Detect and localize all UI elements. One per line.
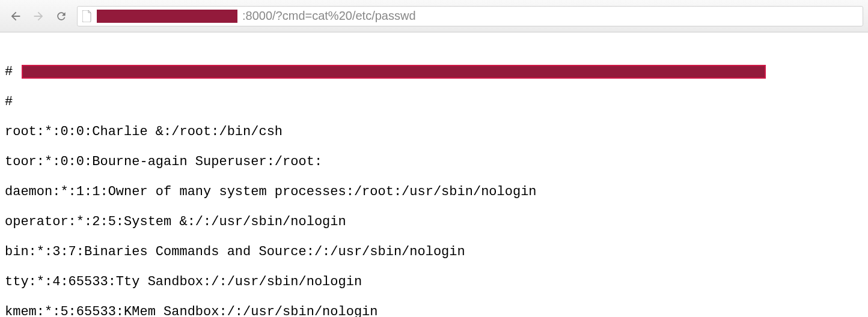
- passwd-line: kmem:*:5:65533:KMem Sandbox:/:/usr/sbin/…: [5, 304, 863, 317]
- reload-icon: [55, 10, 67, 22]
- page-content: # # root:*:0:0:Charlie &:/root:/bin/csh …: [0, 32, 868, 317]
- passwd-line: toor:*:0:0:Bourne-again Superuser:/root:: [5, 154, 863, 169]
- passwd-line: daemon:*:1:1:Owner of many system proces…: [5, 184, 863, 199]
- comment-line-redacted: #: [5, 64, 863, 79]
- back-button[interactable]: [5, 6, 26, 26]
- forward-button[interactable]: [28, 6, 49, 26]
- hash-char: #: [5, 64, 20, 79]
- browser-toolbar: :8000/?cmd=cat%20/etc/passwd: [0, 0, 868, 32]
- passwd-line: operator:*:2:5:System &:/:/usr/sbin/nolo…: [5, 214, 863, 229]
- passwd-line: tty:*:4:65533:Tty Sandbox:/:/usr/sbin/no…: [5, 274, 863, 289]
- passwd-line: bin:*:3:7:Binaries Commands and Source:/…: [5, 244, 863, 259]
- redacted-host: [97, 10, 237, 23]
- reload-button[interactable]: [50, 6, 72, 26]
- page-icon: [82, 10, 92, 22]
- url-text: :8000/?cmd=cat%20/etc/passwd: [242, 9, 416, 23]
- arrow-left-icon: [9, 10, 22, 23]
- address-bar[interactable]: :8000/?cmd=cat%20/etc/passwd: [77, 6, 863, 26]
- nav-button-group: [5, 6, 72, 26]
- arrow-right-icon: [32, 10, 45, 23]
- passwd-line: root:*:0:0:Charlie &:/root:/bin/csh: [5, 124, 863, 139]
- comment-line: #: [5, 94, 863, 109]
- redacted-bar: [22, 65, 766, 79]
